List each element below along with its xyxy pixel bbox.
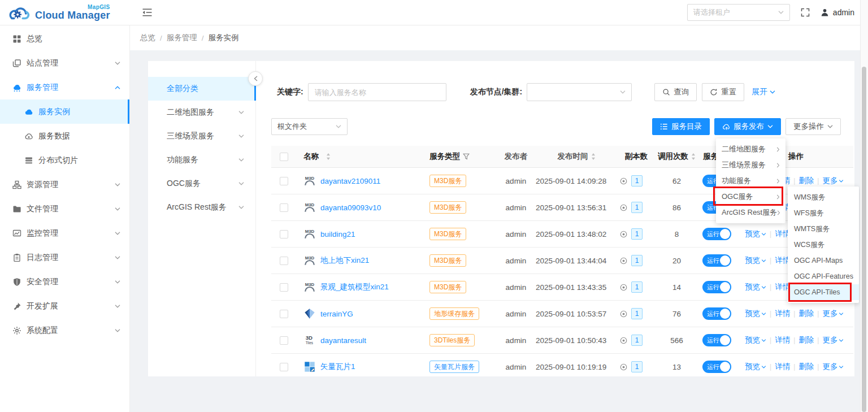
node-select[interactable] <box>527 83 632 101</box>
replica-count[interactable]: 1 <box>631 228 643 240</box>
ogc-submenu-item[interactable]: OGC API-Features <box>788 268 859 284</box>
publish-menu-item[interactable]: 三维场景服务 <box>716 157 785 173</box>
replica-count[interactable]: 1 <box>631 175 643 187</box>
sidebar-item-log-mgmt[interactable]: 日志管理 <box>0 245 129 270</box>
sort-icon[interactable] <box>591 153 596 160</box>
delete-link[interactable]: 删除 <box>798 362 814 372</box>
more-link[interactable]: 更多 <box>822 309 844 319</box>
filter-funnel-icon[interactable] <box>463 153 470 160</box>
publish-menu-item[interactable]: 二维地图服务 <box>716 141 785 157</box>
keyword-input[interactable] <box>308 83 446 101</box>
more-link[interactable]: 更多 <box>822 335 844 345</box>
sidebar-item-overview[interactable]: 总览 <box>0 27 129 51</box>
status-toggle[interactable]: 运行 <box>702 228 731 240</box>
row-checkbox[interactable] <box>280 203 288 212</box>
expand-link[interactable]: 展开 <box>752 87 775 97</box>
publish-menu-item[interactable]: ArcGIS Rest服务 <box>716 205 785 220</box>
fullscreen-icon[interactable] <box>801 8 810 17</box>
sidebar-item-service-mgmt[interactable]: 服务管理 <box>0 75 129 99</box>
ogc-submenu-item[interactable]: WCS服务 <box>788 237 859 253</box>
category-item[interactable]: 全部分类 <box>148 77 255 101</box>
col-header-type[interactable]: 服务类型 <box>429 151 460 162</box>
category-item[interactable]: 二维地图服务 <box>148 101 255 124</box>
publish-menu-item[interactable]: 功能服务 <box>716 173 785 189</box>
service-name-link[interactable]: dayanta09093v10 <box>320 203 381 212</box>
replica-count[interactable]: 1 <box>631 308 643 319</box>
service-name-link[interactable]: dayantaresult <box>320 336 366 345</box>
sidebar-item-distributed-tiles[interactable]: 分布式切片 <box>0 148 129 172</box>
preview-link[interactable]: 预览 <box>745 255 766 266</box>
sort-icon[interactable] <box>691 153 696 160</box>
service-catalog-button[interactable]: 服务目录 <box>652 118 710 135</box>
col-header-ops[interactable]: 操作 <box>788 151 804 162</box>
ogc-submenu-item[interactable]: WFS服务 <box>788 205 859 221</box>
sidebar-item-service-instance[interactable]: 服务实例 <box>0 99 129 124</box>
delete-link[interactable]: 删除 <box>798 335 814 345</box>
col-header-name[interactable]: 名称 <box>303 151 319 162</box>
col-header-calls[interactable]: 调用次数 <box>658 151 688 162</box>
delete-link[interactable]: 删除 <box>798 309 814 319</box>
row-checkbox[interactable] <box>280 177 288 185</box>
sidebar-item-security-mgmt[interactable]: 安全管理 <box>0 270 129 294</box>
row-checkbox[interactable] <box>280 283 288 292</box>
sort-icon[interactable] <box>326 153 331 160</box>
scrollbar-thumb[interactable] <box>862 67 866 412</box>
col-header-replicas[interactable]: 副本数 <box>625 151 648 162</box>
ogc-submenu-item[interactable]: OGC API-Tiles <box>788 284 859 300</box>
select-all-checkbox[interactable] <box>280 153 288 161</box>
more-actions-button[interactable]: 更多操作 <box>785 118 841 135</box>
detail-link[interactable]: 详情 <box>775 309 790 319</box>
collapse-panel-button[interactable] <box>248 71 263 86</box>
service-name-link[interactable]: building21 <box>320 230 355 238</box>
ogc-submenu-item[interactable]: WMTS服务 <box>788 221 859 237</box>
status-toggle[interactable]: 运行 <box>702 254 731 267</box>
menu-fold-icon[interactable] <box>142 8 153 17</box>
preview-link[interactable]: 预览 <box>745 229 766 239</box>
category-item[interactable]: ArcGIS Rest服务 <box>148 196 255 219</box>
service-name-link[interactable]: dayantav2109011 <box>320 177 380 185</box>
user-menu[interactable]: admin <box>821 8 854 17</box>
sidebar-item-system-config[interactable]: 系统配置 <box>0 318 129 342</box>
preview-link[interactable]: 预览 <box>745 309 766 319</box>
sidebar-item-dev-extension[interactable]: 开发扩展 <box>0 294 129 318</box>
sidebar-item-monitor-mgmt[interactable]: 监控管理 <box>0 221 129 245</box>
service-name-link[interactable]: 地上地下xin21 <box>320 255 369 266</box>
tenant-select[interactable]: 请选择租户 <box>687 4 790 21</box>
row-checkbox[interactable] <box>280 310 288 318</box>
preview-link[interactable]: 预览 <box>745 335 766 345</box>
preview-link[interactable]: 预览 <box>745 282 766 292</box>
replica-count[interactable]: 1 <box>631 335 643 346</box>
category-item[interactable]: OGC服务 <box>148 172 255 196</box>
row-checkbox[interactable] <box>280 336 288 345</box>
ogc-submenu-item[interactable]: OGC API-Maps <box>788 253 859 268</box>
col-header-publisher[interactable]: 发布者 <box>505 151 528 162</box>
col-header-time[interactable]: 发布时间 <box>558 151 588 162</box>
preview-link[interactable]: 预览 <box>745 362 766 372</box>
detail-link[interactable]: 详情 <box>775 362 790 372</box>
breadcrumb-item[interactable]: 总览 <box>140 33 155 43</box>
detail-link[interactable]: 详情 <box>775 335 790 345</box>
more-link[interactable]: 更多 <box>822 176 844 186</box>
row-checkbox[interactable] <box>280 363 288 371</box>
category-item[interactable]: 三维场景服务 <box>148 124 255 148</box>
service-name-link[interactable]: 景观_建筑模型xin21 <box>320 282 389 292</box>
status-toggle[interactable]: 运行 <box>702 334 731 346</box>
status-toggle[interactable]: 运行 <box>702 281 731 293</box>
sidebar-item-site-mgmt[interactable]: 站点管理 <box>0 51 129 75</box>
replica-count[interactable]: 1 <box>631 202 643 213</box>
sidebar-item-file-mgmt[interactable]: 文件管理 <box>0 197 129 221</box>
reset-button[interactable]: 重置 <box>702 83 744 101</box>
status-toggle[interactable]: 运行 <box>702 361 731 373</box>
service-publish-button[interactable]: 服务发布 <box>714 118 781 135</box>
ogc-submenu-item[interactable]: WMS服务 <box>788 189 859 205</box>
delete-link[interactable]: 删除 <box>798 176 814 186</box>
sidebar-item-service-data[interactable]: 服务数据 <box>0 124 129 148</box>
publish-menu-item[interactable]: OGC服务 <box>716 189 785 205</box>
replica-count[interactable]: 1 <box>631 361 643 372</box>
replica-count[interactable]: 1 <box>631 281 643 293</box>
service-name-link[interactable]: terrainYG <box>320 310 353 318</box>
replica-count[interactable]: 1 <box>631 255 643 266</box>
query-button[interactable]: 查询 <box>654 83 697 101</box>
folder-select[interactable]: 根文件夹 <box>271 118 348 135</box>
category-item[interactable]: 功能服务 <box>148 148 255 172</box>
